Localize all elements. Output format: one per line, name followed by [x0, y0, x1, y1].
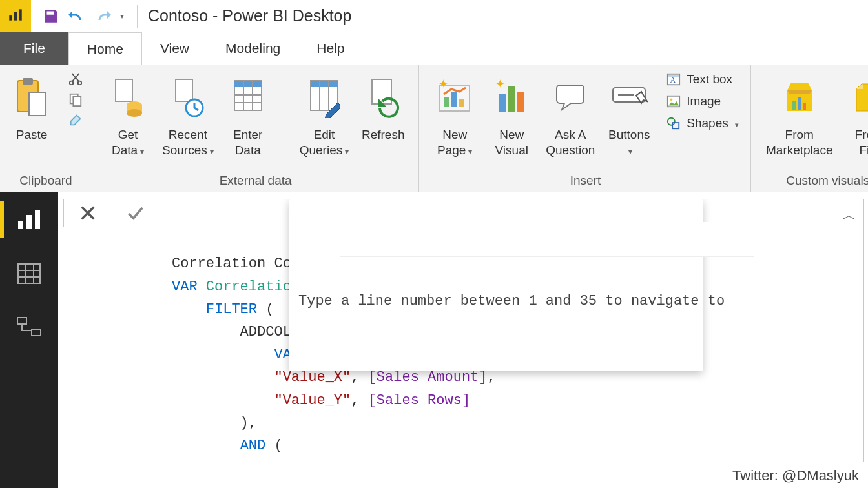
get-data-button[interactable]: Get Data: [105, 72, 150, 158]
external-data-group-label: External data: [105, 171, 406, 188]
edit-queries-icon: [308, 72, 340, 123]
get-data-icon: [112, 72, 144, 123]
cut-icon[interactable]: [68, 72, 83, 86]
goto-line-input[interactable]: [340, 222, 754, 257]
expand-editor-icon[interactable]: ︿: [843, 206, 856, 227]
from-file-button[interactable]: From File: [847, 72, 868, 158]
svg-rect-35: [517, 92, 524, 112]
ask-a-question-button[interactable]: Ask A Question: [546, 72, 595, 158]
svg-rect-50: [18, 221, 23, 229]
undo-icon[interactable]: [66, 8, 87, 25]
paste-icon: [15, 72, 48, 123]
paste-button[interactable]: Paste: [9, 72, 54, 143]
ribbon-group-insert: ✦ New Page ✦ New Visual Ask A Question: [419, 65, 751, 192]
new-visual-button[interactable]: ✦ New Visual: [489, 72, 534, 158]
svg-rect-3: [19, 9, 21, 20]
marketplace-icon: [781, 72, 818, 123]
from-file-label: From File: [855, 127, 868, 158]
ribbon-group-custom-visuals: From Marketplace From File Custom visual…: [751, 65, 868, 192]
shapes-button[interactable]: Shapes: [666, 116, 738, 131]
formula-bar-wrap: ︿ Correlation Co VAR Correlatio FILTER (…: [63, 199, 864, 462]
image-icon: [666, 94, 681, 109]
buttons-button[interactable]: Buttons: [606, 72, 652, 158]
footer-credit: Twitter: @DMaslyuk: [732, 467, 859, 484]
new-page-icon: ✦: [436, 72, 473, 123]
svg-rect-33: [499, 94, 506, 112]
save-icon[interactable]: [43, 8, 59, 25]
svg-point-44: [670, 98, 673, 101]
window-title: Contoso - Power BI Desktop: [144, 6, 351, 25]
redo-icon[interactable]: [93, 8, 114, 25]
enter-data-button[interactable]: Enter Data: [225, 72, 271, 158]
tab-file[interactable]: File: [0, 32, 68, 65]
nav-report-view[interactable]: [0, 201, 58, 238]
enter-data-label: Enter Data: [233, 127, 262, 158]
svg-text:A: A: [670, 76, 676, 85]
svg-rect-18: [234, 81, 262, 87]
buttons-icon: [610, 72, 648, 123]
svg-rect-53: [18, 264, 40, 283]
svg-rect-29: [444, 97, 449, 107]
from-marketplace-label: From Marketplace: [766, 127, 833, 158]
copy-icon[interactable]: [68, 92, 83, 107]
svg-rect-37: [557, 85, 584, 103]
goto-line-popup: Type a line number between 1 and 35 to n…: [289, 199, 703, 371]
buttons-label: Buttons: [608, 127, 650, 158]
svg-rect-31: [459, 99, 464, 107]
app-icon: [0, 0, 31, 32]
new-visual-icon: ✦: [494, 72, 529, 123]
image-button[interactable]: Image: [666, 94, 738, 109]
tab-modeling[interactable]: Modeling: [207, 32, 298, 65]
svg-rect-11: [116, 79, 132, 101]
svg-rect-2: [14, 12, 17, 21]
new-page-button[interactable]: ✦ New Page: [432, 72, 477, 158]
clipboard-tools: [66, 72, 83, 127]
svg-text:✦: ✦: [495, 79, 505, 90]
svg-rect-48: [798, 97, 801, 110]
svg-rect-52: [35, 210, 40, 229]
get-data-label: Get Data: [112, 127, 144, 158]
svg-point-45: [668, 118, 675, 125]
svg-rect-49: [803, 103, 806, 110]
ribbon-group-clipboard: Paste Clipboard: [0, 65, 92, 192]
clipboard-group-label: Clipboard: [9, 171, 83, 188]
svg-rect-34: [508, 86, 515, 112]
quick-access-toolbar: ▾: [31, 5, 144, 28]
ask-a-question-icon: [553, 72, 588, 123]
nav-model-view[interactable]: [0, 310, 58, 346]
refresh-button[interactable]: Refresh: [360, 72, 406, 143]
svg-rect-59: [32, 329, 41, 336]
format-painter-icon[interactable]: [68, 113, 83, 127]
svg-rect-47: [792, 101, 796, 110]
svg-rect-6: [29, 92, 46, 116]
refresh-label: Refresh: [362, 127, 405, 143]
qat-dropdown-icon[interactable]: ▾: [120, 12, 124, 21]
text-box-icon: A: [666, 72, 681, 87]
dax-editor[interactable]: ︿ Correlation Co VAR Correlatio FILTER (…: [160, 199, 864, 462]
from-marketplace-button[interactable]: From Marketplace: [764, 72, 835, 158]
svg-point-8: [78, 81, 82, 85]
svg-rect-24: [311, 81, 338, 87]
recent-sources-button[interactable]: Recent Sources: [162, 72, 214, 158]
text-box-label: Text box: [687, 72, 732, 86]
title-bar: ▾ Contoso - Power BI Desktop: [0, 0, 868, 32]
nav-data-view[interactable]: [0, 256, 58, 292]
edit-queries-button[interactable]: Edit Queries: [300, 72, 349, 158]
new-page-label: New Page: [437, 127, 472, 158]
separator: [285, 72, 285, 171]
svg-rect-51: [26, 215, 32, 229]
paste-label: Paste: [16, 127, 48, 143]
edit-queries-label: Edit Queries: [300, 127, 349, 158]
recent-sources-icon: [172, 72, 204, 123]
commit-formula-icon[interactable]: [126, 204, 145, 222]
svg-rect-10: [73, 96, 81, 106]
ribbon: Paste Clipboard Get Data Recent S: [0, 65, 868, 192]
goto-line-hint: Type a line number between 1 and 35 to n…: [289, 280, 703, 325]
text-box-button[interactable]: A Text box: [666, 72, 738, 87]
tab-home[interactable]: Home: [68, 32, 142, 65]
tab-view[interactable]: View: [142, 32, 207, 65]
svg-rect-30: [451, 92, 457, 107]
tab-help[interactable]: Help: [298, 32, 362, 65]
cancel-formula-icon[interactable]: [79, 204, 97, 222]
ask-a-question-label: Ask A Question: [546, 127, 595, 158]
